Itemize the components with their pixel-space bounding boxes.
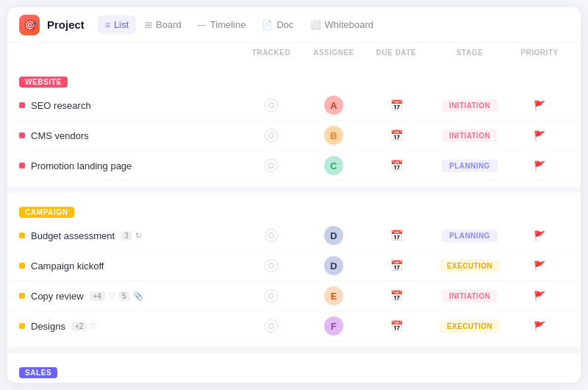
task-label: SEO research xyxy=(31,100,91,111)
tracked-cell xyxy=(238,259,304,272)
avatar: A xyxy=(324,96,343,115)
track-icon xyxy=(265,289,278,302)
calendar-icon: 📅 xyxy=(390,260,403,272)
badge-campaign: CAMPAIGN xyxy=(19,207,74,218)
doc-icon: 📄 xyxy=(262,20,273,30)
meta-count: 3 xyxy=(121,231,132,241)
table-row[interactable]: Budget assessment 3 ↻ D 📅 PLANNING 🚩 xyxy=(7,221,581,251)
tab-doc[interactable]: 📄 Doc xyxy=(254,15,301,34)
section-campaign: CAMPAIGN Budget assessment 3 ↻ D 📅 PLANN… xyxy=(7,199,581,341)
flag-icon: 🚩 xyxy=(534,230,545,241)
tab-board[interactable]: ⊞ Board xyxy=(137,15,189,34)
dot-icon xyxy=(19,263,25,269)
table-row[interactable]: Campaign kickoff D 📅 EXECUTION 🚩 xyxy=(7,251,581,281)
task-meta: +2 ♡ xyxy=(71,322,97,331)
assignee-cell: F xyxy=(304,316,363,336)
table-row[interactable]: Promotion landing page C 📅 PLANNING 🚩 xyxy=(7,151,581,181)
track-icon xyxy=(265,259,278,272)
task-label: Designs xyxy=(31,321,65,332)
due-date-cell: 📅 xyxy=(363,99,429,111)
col-tracked: TRACKED xyxy=(238,49,304,57)
tab-doc-label: Doc xyxy=(276,19,293,30)
task-label: CMS vendors xyxy=(31,130,89,141)
flag-icon: 🚩 xyxy=(534,100,545,111)
stage-badge: EXECUTION xyxy=(440,320,500,333)
badge-sales: SALES xyxy=(19,367,57,378)
flag-icon: 🚩 xyxy=(534,130,545,141)
calendar-icon: 📅 xyxy=(390,320,403,332)
task-label: Campaign kickoff xyxy=(31,260,104,272)
stage-cell: EXECUTION xyxy=(429,260,510,272)
paperclip-icon: 📎 xyxy=(133,291,143,301)
due-date-cell: 📅 xyxy=(363,130,429,141)
due-date-cell: 📅 xyxy=(363,290,429,302)
assignee-cell: D xyxy=(304,226,363,245)
stage-cell: INITIATION xyxy=(429,99,510,112)
stage-badge: EXECUTION xyxy=(440,260,500,272)
tab-timeline-label: Timeline xyxy=(210,19,246,30)
dot-icon xyxy=(19,323,25,329)
task-meta: +4 ♡ 5 📎 xyxy=(90,291,143,301)
table-row[interactable]: Marketing request form E 📅 PLANNING 🚩 xyxy=(7,381,581,383)
due-date-cell: 📅 xyxy=(363,160,429,171)
assignee-cell: C xyxy=(304,156,363,175)
col-assignee: ASSIGNEE xyxy=(304,49,363,57)
task-label: Budget assessment xyxy=(31,230,115,241)
meta-count: +4 xyxy=(90,291,105,301)
tab-list[interactable]: ≡ List xyxy=(98,15,136,34)
avatar: F xyxy=(324,316,343,336)
track-icon xyxy=(265,159,278,172)
table-row[interactable]: Designs +2 ♡ F 📅 EXECUTION 🚩 xyxy=(7,311,581,341)
track-icon xyxy=(265,99,278,112)
due-date-cell: 📅 xyxy=(363,320,429,332)
priority-cell: 🚩 xyxy=(510,321,569,332)
col-task xyxy=(19,49,238,57)
due-date-cell: 📅 xyxy=(363,260,429,272)
table-container: TRACKED ASSIGNEE DUE DATE STAGE PRIORITY… xyxy=(7,43,581,383)
assignee-cell: D xyxy=(304,256,363,275)
task-meta: 3 ↻ xyxy=(121,231,142,241)
avatar: D xyxy=(324,226,343,245)
stage-cell: PLANNING xyxy=(429,160,510,172)
meta-count: +2 xyxy=(71,322,87,331)
stage-badge: PLANNING xyxy=(442,230,497,242)
track-icon xyxy=(265,319,278,333)
track-icon xyxy=(265,129,278,142)
timeline-icon: — xyxy=(198,20,207,30)
task-name: Designs +2 ♡ xyxy=(19,321,238,332)
task-name: SEO research xyxy=(19,100,238,111)
task-label: Copy review xyxy=(31,291,84,302)
section-website-header: WEBSITE xyxy=(7,68,581,91)
calendar-icon: 📅 xyxy=(390,160,403,171)
whiteboard-icon: ⬜ xyxy=(310,20,321,30)
col-due-date: DUE DATE xyxy=(363,49,429,57)
priority-cell: 🚩 xyxy=(510,130,569,141)
tab-timeline[interactable]: — Timeline xyxy=(190,15,254,34)
header: 🎯 Project ≡ List ⊞ Board — Timeline 📄 Do… xyxy=(7,7,581,43)
stage-badge: INITIATION xyxy=(442,290,498,302)
section-sales: SALES Marketing request form E 📅 PLANNIN… xyxy=(7,359,581,383)
task-name: CMS vendors xyxy=(19,130,238,141)
refresh-icon: ↻ xyxy=(135,231,142,241)
tab-list-label: List xyxy=(114,19,129,30)
nav-tabs: ≡ List ⊞ Board — Timeline 📄 Doc ⬜ Whiteb… xyxy=(98,15,381,34)
board-icon: ⊞ xyxy=(145,20,152,30)
heart-icon: ♡ xyxy=(90,322,97,331)
calendar-icon: 📅 xyxy=(390,290,403,302)
table-row[interactable]: CMS vendors B 📅 INITIATION 🚩 xyxy=(7,121,581,151)
stage-badge: PLANNING xyxy=(442,160,497,172)
avatar: D xyxy=(324,256,343,275)
tab-whiteboard[interactable]: ⬜ Whiteboard xyxy=(303,15,381,34)
priority-cell: 🚩 xyxy=(510,291,569,302)
column-headers: TRACKED ASSIGNEE DUE DATE STAGE PRIORITY xyxy=(7,43,581,63)
meta-count: 5 xyxy=(118,291,130,301)
table-row[interactable]: Copy review +4 ♡ 5 📎 E 📅 INITIATION 🚩 xyxy=(7,281,581,311)
avatar: B xyxy=(324,126,343,145)
stage-cell: INITIATION xyxy=(429,130,510,142)
calendar-icon: 📅 xyxy=(390,99,403,111)
tracked-cell xyxy=(238,229,304,242)
table-row[interactable]: SEO research A 📅 INITIATION 🚩 xyxy=(7,91,581,121)
priority-cell: 🚩 xyxy=(510,230,569,241)
task-name: Campaign kickoff xyxy=(19,260,238,272)
avatar: E xyxy=(324,286,343,305)
